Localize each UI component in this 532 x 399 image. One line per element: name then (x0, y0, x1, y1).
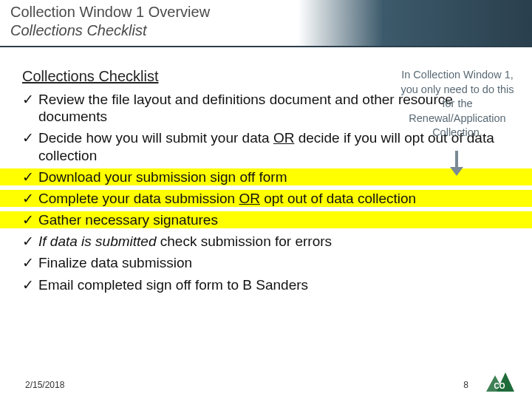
callout-line: Renewal/Application (395, 112, 520, 126)
check-icon: ✓ (22, 91, 34, 108)
check-icon: ✓ (22, 129, 34, 146)
callout-line: In Collection Window 1, (395, 68, 520, 83)
slide: Collection Window 1 Overview Collections… (0, 0, 532, 399)
svg-text:CO: CO (494, 382, 505, 390)
logo-icon: CO (480, 369, 519, 393)
check-icon: ✓ (22, 233, 34, 250)
item-text-underline: OR (273, 130, 295, 146)
slide-subtitle: Collections Checklist (10, 21, 532, 40)
item-text: Decide how you will submit your data (38, 130, 273, 146)
item-text-italic: If data is submitted (38, 233, 156, 249)
footer: 2/15/2018 8 CO (0, 371, 532, 393)
slide-title: Collection Window 1 Overview (10, 3, 532, 21)
check-icon: ✓ (22, 168, 34, 185)
check-icon: ✓ (22, 211, 34, 228)
footer-date: 2/15/2018 (25, 380, 64, 390)
check-icon: ✓ (22, 190, 34, 207)
list-item: ✓ If data is submitted check submission … (22, 233, 525, 250)
callout-note: In Collection Window 1, you only need to… (395, 68, 520, 140)
list-item-highlighted: ✓ Complete your data submission OR opt o… (0, 190, 532, 207)
item-text: Review the file layout and definitions d… (38, 92, 453, 124)
callout-line: you only need to do this (395, 83, 520, 98)
check-icon: ✓ (22, 276, 34, 293)
callout-line: for the (395, 97, 520, 112)
list-item: ✓ Email completed sign off form to B San… (22, 276, 525, 293)
page-number: 8 (463, 380, 468, 390)
item-text: opt out of data collection (260, 191, 416, 206)
arrow-down-icon (451, 151, 462, 176)
item-text: Email completed sign off form to B Sande… (38, 277, 308, 293)
item-text: Download your submission sign off form (38, 169, 287, 185)
callout-line: Collection. (395, 126, 520, 140)
check-icon: ✓ (22, 254, 34, 271)
item-text: Complete your data submission (38, 191, 239, 206)
list-item-highlighted: ✓ Gather necessary signatures (0, 211, 532, 228)
list-item: ✓ Finalize data submission (22, 254, 525, 271)
item-text: check submission for errors (156, 233, 332, 249)
item-text: Finalize data submission (38, 255, 192, 270)
header-band: Collection Window 1 Overview Collections… (0, 0, 532, 46)
item-text-underline: OR (239, 191, 260, 206)
item-text: Gather necessary signatures (38, 212, 218, 228)
